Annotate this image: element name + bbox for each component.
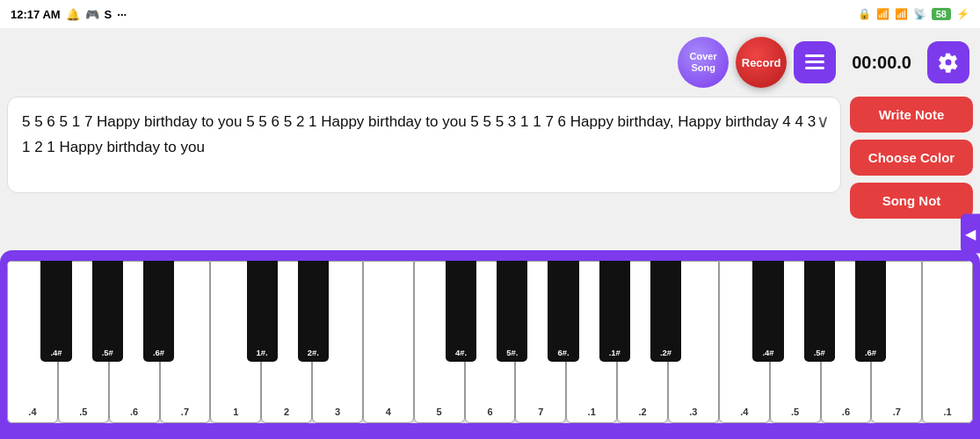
signal2-icon: 📶 (895, 8, 908, 20)
song-not-button[interactable]: Song Not (850, 183, 973, 219)
white-key-8[interactable]: 4 (363, 261, 414, 423)
piano-keys-wrapper: .4 .5 .6 .7 1 2 3 4 5 6 7 .1 .2 .3 .4 .5… (7, 261, 973, 423)
more-icon: ··· (117, 8, 127, 21)
nfc-icon: 🔒 (858, 8, 871, 20)
wifi-icon: 📡 (913, 8, 926, 20)
black-key-2s2[interactable]: .2# (650, 261, 681, 362)
svg-rect-0 (805, 54, 824, 57)
signal-icon: 📶 (876, 8, 889, 20)
black-key-6s3[interactable]: .6# (855, 261, 886, 362)
black-key-4s1[interactable]: .4# (40, 261, 71, 362)
black-key-6s1[interactable]: .6# (143, 261, 174, 362)
status-bar: 12:17 AM 🔔 🎮 S ··· 🔒 📶 📶 📡 58 ⚡ (0, 0, 980, 28)
black-key-5s3[interactable]: .5# (804, 261, 835, 362)
piano-container: .4 .5 .6 .7 1 2 3 4 5 6 7 .1 .2 .3 .4 .5… (0, 250, 980, 439)
collapse-button[interactable]: ◀ (961, 214, 980, 254)
black-key-6s2[interactable]: 6#. (548, 261, 578, 362)
toolbar: Cover Song Record 00:00.0 (0, 28, 980, 97)
black-key-4s2[interactable]: 4#. (446, 261, 476, 362)
write-note-button[interactable]: Write Note (850, 97, 973, 133)
charging-icon: ⚡ (956, 8, 969, 20)
svg-rect-2 (805, 67, 824, 69)
black-key-5s1[interactable]: .5# (92, 261, 123, 362)
battery-icon: 58 (932, 8, 951, 20)
cover-song-button[interactable]: Cover Song (678, 37, 729, 88)
choose-color-button[interactable]: Choose Color (850, 140, 973, 176)
side-buttons: Write Note Choose Color Song Not (850, 97, 973, 219)
settings-button[interactable] (927, 41, 969, 83)
white-key-19[interactable]: .1 (922, 261, 973, 423)
black-key-4s3[interactable]: .4# (752, 261, 783, 362)
status-right: 🔒 📶 📶 📡 58 ⚡ (858, 8, 969, 20)
time-display: 12:17 AM (11, 8, 61, 21)
timer-display: 00:00.0 (843, 53, 920, 73)
black-key-1s[interactable]: 1#. (247, 261, 278, 362)
gamepad-icon: 🎮 (85, 8, 99, 21)
main-area: Cover Song Record 00:00.0 ∨ 5 5 6 5 1 7 … (0, 28, 980, 439)
dropdown-icon[interactable]: ∨ (817, 106, 830, 136)
dollar-icon: S (105, 8, 113, 21)
notification-icon: 🔔 (66, 8, 80, 21)
lyrics-text: 5 5 6 5 1 7 Happy birthday to you 5 5 6 … (22, 113, 816, 155)
lyrics-box: ∨ 5 5 6 5 1 7 Happy birthday to you 5 5 … (7, 97, 841, 193)
black-key-1s2[interactable]: .1# (599, 261, 630, 362)
black-key-2s[interactable]: 2#. (298, 261, 329, 362)
content-row: ∨ 5 5 6 5 1 7 Happy birthday to you 5 5 … (0, 97, 980, 247)
black-key-5s2[interactable]: 5#. (497, 261, 527, 362)
record-button[interactable]: Record (736, 37, 787, 88)
status-left: 12:17 AM 🔔 🎮 S ··· (11, 8, 127, 21)
list-button[interactable] (794, 41, 836, 83)
svg-rect-1 (805, 61, 824, 63)
